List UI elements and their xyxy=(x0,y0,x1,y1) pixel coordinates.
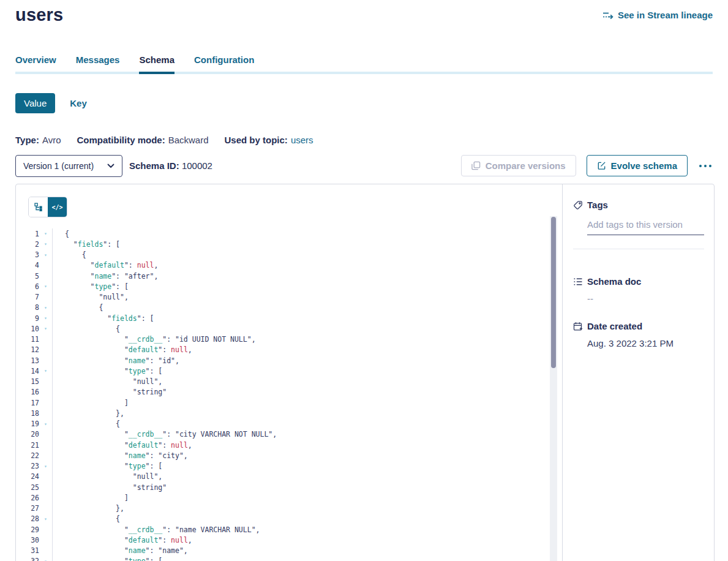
line-number: 22 xyxy=(16,451,39,460)
fold-toggle-icon[interactable]: ▾ xyxy=(39,516,52,522)
compatibility-value: Backward xyxy=(168,135,209,145)
code-text: { xyxy=(52,250,550,260)
line-number: 20 xyxy=(16,430,39,439)
used-by-topic-field: Used by topic:users xyxy=(225,135,313,145)
value-toggle-button[interactable]: Value xyxy=(15,93,55,113)
copy-icon xyxy=(471,161,481,170)
schema-doc-section: Schema doc -- xyxy=(573,276,704,304)
scrollbar-track[interactable] xyxy=(550,216,557,561)
tag-icon xyxy=(573,200,583,210)
line-number: 8 xyxy=(16,303,39,312)
used-by-topic-label: Used by topic: xyxy=(225,135,288,145)
code-line: 3▾ { xyxy=(16,250,550,260)
line-number: 12 xyxy=(16,345,39,354)
code-line: 2▾ "fields": [ xyxy=(16,239,550,249)
fold-toggle-icon[interactable]: ▾ xyxy=(39,559,52,561)
type-field: Type:Avro xyxy=(15,135,61,145)
line-number: 19 xyxy=(16,420,39,428)
code-text: "type": [ xyxy=(52,281,550,292)
code-text: "default": null, xyxy=(52,535,550,545)
tab-overview[interactable]: Overview xyxy=(15,55,56,72)
schema-sidebar: Tags Schema doc -- xyxy=(563,184,714,561)
schema-meta-row: Type:Avro Compatibility mode:Backward Us… xyxy=(15,135,313,145)
tab-schema[interactable]: Schema xyxy=(139,55,174,72)
code-text: "type": [ xyxy=(52,461,550,472)
code-text: "default": null, xyxy=(52,440,550,450)
code-view-button[interactable]: </> xyxy=(48,197,67,217)
line-number: 2 xyxy=(16,240,39,249)
code-text: "name": "city", xyxy=(52,450,550,461)
line-number: 6 xyxy=(16,282,39,291)
add-tags-input[interactable] xyxy=(587,218,704,235)
code-text: "__crdb__": "name VARCHAR NULL", xyxy=(52,524,550,535)
code-line: 30 "default": null, xyxy=(16,535,550,545)
schema-id-value: 100002 xyxy=(182,160,212,171)
code-line: 22 "name": "city", xyxy=(16,450,550,461)
type-label: Type: xyxy=(15,135,39,145)
tab-messages[interactable]: Messages xyxy=(76,55,120,72)
tab-configuration[interactable]: Configuration xyxy=(194,55,254,72)
code-text: "name": "id", xyxy=(52,355,550,366)
scrollbar-thumb[interactable] xyxy=(551,217,556,368)
fold-toggle-icon[interactable]: ▾ xyxy=(39,315,52,321)
code-editor: </> 1▾{2▾ "fields": [3▾ {4 "default": nu… xyxy=(16,184,563,561)
fold-toggle-icon[interactable]: ▾ xyxy=(39,241,52,247)
ellipsis-icon xyxy=(709,165,711,167)
tree-view-icon xyxy=(34,203,43,211)
evolve-schema-button[interactable]: Evolve schema xyxy=(587,155,688,176)
code-line: 18 }, xyxy=(16,408,550,418)
used-by-topic-link[interactable]: users xyxy=(291,135,313,145)
fold-toggle-icon[interactable]: ▾ xyxy=(39,284,52,289)
compatibility-label: Compatibility mode: xyxy=(77,135,165,145)
code-text: "type": [ xyxy=(52,366,550,376)
schema-panel: </> 1▾{2▾ "fields": [3▾ {4 "default": nu… xyxy=(15,184,715,561)
code-line: 31 "name": "name", xyxy=(16,546,550,556)
fold-toggle-icon[interactable]: ▾ xyxy=(39,326,52,331)
fold-toggle-icon[interactable]: ▾ xyxy=(39,464,52,469)
code-line: 19▾ { xyxy=(16,419,550,429)
ellipsis-icon xyxy=(704,165,707,167)
calendar-plus-icon xyxy=(573,322,583,331)
code-line: 17 ] xyxy=(16,397,550,408)
line-number: 30 xyxy=(16,536,39,544)
code-lines: 1▾{2▾ "fields": [3▾ {4 "default": null,5… xyxy=(16,228,550,561)
fold-toggle-icon[interactable]: ▾ xyxy=(39,231,52,236)
code-text: "name": "after", xyxy=(52,271,550,281)
code-text: "null", xyxy=(52,292,550,303)
see-in-stream-lineage-link[interactable]: See in Stream lineage xyxy=(602,10,713,20)
code-line: 26 ] xyxy=(16,492,550,503)
tree-view-button[interactable] xyxy=(29,197,48,217)
more-options-button[interactable] xyxy=(698,161,713,171)
schema-id-label: Schema ID: xyxy=(129,160,179,171)
line-number: 4 xyxy=(16,261,39,269)
value-key-toggle: Value Key xyxy=(15,93,87,113)
key-toggle-button[interactable]: Key xyxy=(70,98,87,108)
code-line: 5 "name": "after", xyxy=(16,271,550,281)
code-line: 8▾ { xyxy=(16,303,550,313)
stream-lineage-icon xyxy=(602,10,614,20)
fold-toggle-icon[interactable]: ▾ xyxy=(39,305,52,311)
code-text: "__crdb__": "id UUID NOT NULL", xyxy=(52,334,550,345)
compare-versions-label: Compare versions xyxy=(486,160,566,171)
code-text: "null", xyxy=(52,377,550,387)
line-number: 3 xyxy=(16,250,39,259)
code-line: 20 "__crdb__": "city VARCHAR NOT NULL", xyxy=(16,429,550,440)
code-text: "type": [ xyxy=(52,556,550,561)
code-text: "null", xyxy=(52,472,550,482)
list-icon xyxy=(573,277,583,287)
code-line: 6▾ "type": [ xyxy=(16,281,550,292)
line-number: 7 xyxy=(16,293,39,301)
line-number: 25 xyxy=(16,483,39,492)
compare-versions-button[interactable]: Compare versions xyxy=(461,155,576,176)
date-created-section: Date created Aug. 3 2022 3:21 PM xyxy=(573,321,704,348)
version-select[interactable]: Version 1 (current) xyxy=(15,155,122,177)
fold-toggle-icon[interactable]: ▾ xyxy=(39,421,52,427)
fold-toggle-icon[interactable]: ▾ xyxy=(39,252,52,258)
code-line: 10▾ { xyxy=(16,323,550,334)
code-text: { xyxy=(52,228,550,239)
fold-toggle-icon[interactable]: ▾ xyxy=(39,368,52,374)
code-line: 15 "null", xyxy=(16,377,550,387)
line-number: 13 xyxy=(16,356,39,365)
line-number: 9 xyxy=(16,314,39,323)
schema-id-field: Schema ID: 100002 xyxy=(129,160,212,171)
